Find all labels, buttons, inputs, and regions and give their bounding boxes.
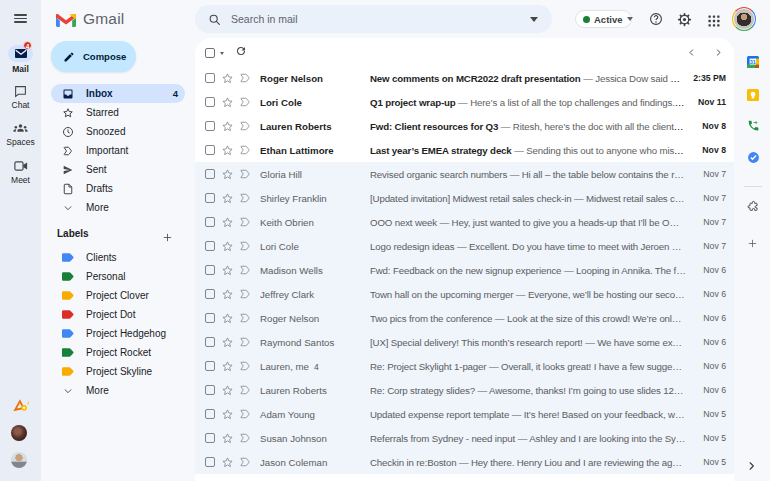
svg-text:31: 31 xyxy=(750,59,756,65)
